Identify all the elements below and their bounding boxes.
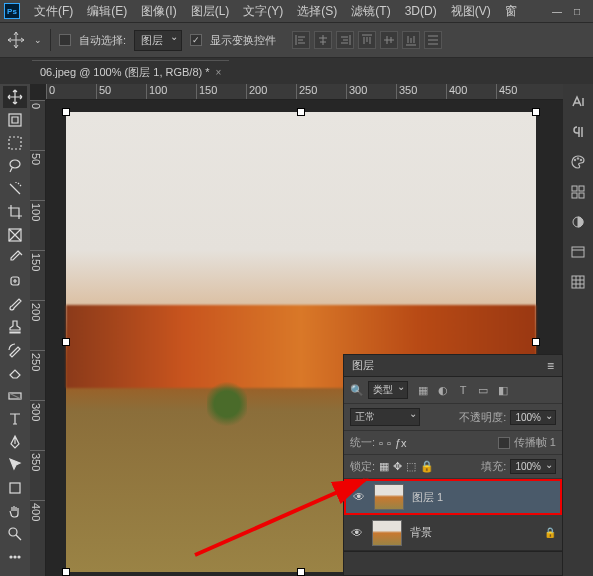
svg-rect-16	[579, 193, 584, 198]
brush-tool[interactable]	[3, 293, 27, 315]
close-tab-icon[interactable]: ×	[216, 67, 222, 78]
visibility-toggle-icon[interactable]: 👁	[352, 490, 366, 504]
artboard-tool[interactable]	[3, 109, 27, 131]
crop-tool[interactable]	[3, 201, 27, 223]
lock-artboard-icon[interactable]: ⬚	[406, 460, 416, 473]
eyedropper-tool[interactable]	[3, 247, 27, 269]
gradient-tool[interactable]	[3, 385, 27, 407]
frame-tool[interactable]	[3, 224, 27, 246]
adjustments-panel-icon[interactable]	[568, 212, 588, 232]
layers-panel-header[interactable]: 图层 ≡	[344, 355, 562, 377]
visibility-toggle-icon[interactable]: 👁	[350, 526, 364, 540]
align-center-v-icon[interactable]	[380, 31, 398, 49]
eraser-tool[interactable]	[3, 362, 27, 384]
svg-rect-15	[572, 193, 577, 198]
character-panel-icon[interactable]	[568, 92, 588, 112]
magic-wand-tool[interactable]	[3, 178, 27, 200]
shape-tool[interactable]	[3, 477, 27, 499]
minimize-button[interactable]: —	[551, 5, 563, 17]
lock-label: 锁定:	[350, 459, 375, 474]
move-tool[interactable]	[3, 86, 27, 108]
menu-filter[interactable]: 滤镜(T)	[345, 1, 396, 22]
svg-rect-0	[9, 114, 21, 126]
opacity-value[interactable]: 100%	[510, 410, 556, 425]
layer-thumbnail[interactable]	[372, 520, 402, 546]
layer-name[interactable]: 图层 1	[412, 490, 443, 505]
paragraph-panel-icon[interactable]	[568, 122, 588, 142]
unify-style-icon[interactable]: ƒx	[395, 437, 407, 449]
stamp-tool[interactable]	[3, 316, 27, 338]
auto-select-dropdown[interactable]: 图层	[134, 30, 182, 51]
document-tab-title: 06.jpeg @ 100% (图层 1, RGB/8) *	[40, 65, 210, 80]
layer-name[interactable]: 背景	[410, 525, 432, 540]
lock-pixels-icon[interactable]: ▦	[379, 460, 389, 473]
svg-rect-19	[572, 276, 584, 288]
svg-point-6	[9, 528, 17, 536]
align-top-icon[interactable]	[358, 31, 376, 49]
filter-shape-icon[interactable]: ▭	[476, 383, 490, 397]
filter-type-icon[interactable]: T	[456, 383, 470, 397]
transform-handle[interactable]	[62, 568, 70, 576]
unify-position-icon[interactable]: ▫	[379, 437, 383, 449]
align-left-icon[interactable]	[292, 31, 310, 49]
color-panel-icon[interactable]	[568, 152, 588, 172]
menu-type[interactable]: 文字(Y)	[237, 1, 289, 22]
lock-all-icon[interactable]: 🔒	[420, 460, 434, 473]
auto-select-checkbox[interactable]	[59, 34, 71, 46]
lock-position-icon[interactable]: ✥	[393, 460, 402, 473]
menu-view[interactable]: 视图(V)	[445, 1, 497, 22]
svg-rect-1	[9, 137, 21, 149]
dropdown-caret-icon[interactable]: ⌄	[34, 35, 42, 45]
align-bottom-icon[interactable]	[402, 31, 420, 49]
align-center-h-icon[interactable]	[314, 31, 332, 49]
maximize-button[interactable]: □	[571, 5, 583, 17]
transform-handle[interactable]	[62, 108, 70, 116]
grid-panel-icon[interactable]	[568, 272, 588, 292]
type-tool[interactable]	[3, 408, 27, 430]
filter-adjust-icon[interactable]: ◐	[436, 383, 450, 397]
libraries-panel-icon[interactable]	[568, 242, 588, 262]
panel-menu-icon[interactable]: ≡	[547, 359, 554, 373]
zoom-tool[interactable]	[3, 523, 27, 545]
svg-rect-5	[10, 483, 20, 493]
unify-visibility-icon[interactable]: ▫	[387, 437, 391, 449]
move-tool-icon	[6, 30, 26, 50]
layer-thumbnail[interactable]	[374, 484, 404, 510]
blend-mode-dropdown[interactable]: 正常	[350, 408, 420, 426]
document-tab[interactable]: 06.jpeg @ 100% (图层 1, RGB/8) * ×	[32, 60, 229, 84]
transform-handle[interactable]	[532, 338, 540, 346]
layer-item[interactable]: 👁 背景 🔒	[344, 515, 562, 551]
history-brush-tool[interactable]	[3, 339, 27, 361]
pen-tool[interactable]	[3, 431, 27, 453]
marquee-tool[interactable]	[3, 132, 27, 154]
menu-file[interactable]: 文件(F)	[28, 1, 79, 22]
fill-label: 填充:	[481, 459, 506, 474]
menu-image[interactable]: 图像(I)	[135, 1, 182, 22]
layer-filter-dropdown[interactable]: 类型	[368, 381, 408, 399]
edit-toolbar[interactable]	[3, 546, 27, 568]
swatches-panel-icon[interactable]	[568, 182, 588, 202]
filter-smart-icon[interactable]: ◧	[496, 383, 510, 397]
menu-3d[interactable]: 3D(D)	[399, 2, 443, 20]
vertical-ruler: 050100150200250300350400	[30, 100, 46, 576]
healing-tool[interactable]	[3, 270, 27, 292]
menu-layer[interactable]: 图层(L)	[185, 1, 236, 22]
transform-handle[interactable]	[297, 108, 305, 116]
filter-pixel-icon[interactable]: ▦	[416, 383, 430, 397]
fill-value[interactable]: 100%	[510, 459, 556, 474]
menu-select[interactable]: 选择(S)	[291, 1, 343, 22]
hand-tool[interactable]	[3, 500, 27, 522]
show-transform-checkbox[interactable]	[190, 34, 202, 46]
menu-window[interactable]: 窗	[499, 1, 523, 22]
path-select-tool[interactable]	[3, 454, 27, 476]
transform-handle[interactable]	[62, 338, 70, 346]
distribute-icon[interactable]	[424, 31, 442, 49]
search-icon[interactable]: 🔍	[350, 384, 364, 397]
lasso-tool[interactable]	[3, 155, 27, 177]
transform-handle[interactable]	[532, 108, 540, 116]
propagate-checkbox[interactable]	[498, 437, 510, 449]
align-right-icon[interactable]	[336, 31, 354, 49]
layer-item-selected[interactable]: 👁 图层 1	[344, 479, 562, 515]
transform-handle[interactable]	[297, 568, 305, 576]
menu-edit[interactable]: 编辑(E)	[81, 1, 133, 22]
